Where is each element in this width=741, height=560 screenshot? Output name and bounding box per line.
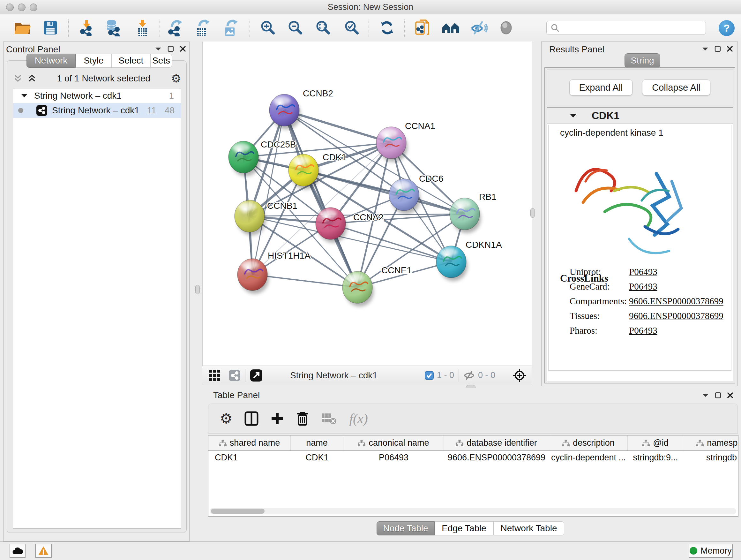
search-input[interactable] — [562, 23, 700, 33]
column-header--id[interactable]: @id — [628, 435, 683, 450]
network-row[interactable]: String Network – cdk1 11 48 — [13, 103, 181, 118]
string-home-button[interactable] — [441, 18, 460, 37]
crosslink-link[interactable]: P06493 — [629, 281, 657, 292]
crosslink-link[interactable]: P06493 — [629, 325, 657, 336]
table-cell[interactable]: CDK1 — [291, 450, 343, 465]
toolbar-separator — [250, 19, 250, 37]
node-label: CCNA2 — [353, 212, 384, 222]
delete-table-icon[interactable] — [321, 412, 337, 425]
selected-checkbox-icon[interactable] — [425, 371, 434, 380]
hide-results-panel-eye-icon[interactable] — [469, 18, 488, 37]
column-header-canonical-name[interactable]: canonical name — [343, 435, 444, 450]
table-horizontal-scrollbar[interactable] — [210, 508, 736, 514]
zoom-in-button[interactable] — [259, 18, 278, 37]
panel-menu-icon[interactable] — [155, 46, 162, 51]
table-row[interactable]: CDK1CDK1P064939606.ENSP00000378699cyclin… — [208, 450, 738, 465]
table-cell[interactable]: stringdb — [683, 450, 738, 465]
results-tab-string[interactable]: String — [624, 53, 660, 68]
crosslink-link[interactable]: 9606.ENSP00000378699 — [629, 296, 724, 307]
show-columns-icon[interactable] — [245, 411, 259, 426]
network-node-rb1[interactable]: RB1 — [450, 192, 496, 233]
column-header-description[interactable]: description — [549, 435, 628, 450]
node-table[interactable]: shared namenamecanonical namedatabase id… — [208, 435, 738, 516]
zoom-out-button[interactable] — [286, 18, 305, 37]
scrollbar-thumb[interactable] — [211, 509, 265, 514]
delete-column-icon[interactable] — [296, 411, 309, 426]
memory-button[interactable]: Memory — [689, 544, 733, 558]
search-box[interactable] — [546, 21, 706, 35]
help-button[interactable]: ? — [719, 20, 735, 36]
panel-float-icon[interactable] — [715, 392, 721, 398]
column-header-shared-name[interactable]: shared name — [208, 435, 291, 450]
function-builder-icon[interactable]: f(x) — [349, 411, 367, 426]
cloud-button[interactable] — [10, 544, 25, 558]
hidden-eye-slash-icon[interactable] — [463, 371, 475, 380]
tab-node-table[interactable]: Node Table — [377, 521, 434, 536]
zoom-fit-content-button[interactable] — [314, 18, 333, 37]
network-view-toolbar: String Network – cdk1 1 - 0 0 - 0 — [202, 366, 532, 385]
birds-eye-view-icon[interactable] — [209, 369, 221, 381]
panel-float-icon[interactable] — [715, 46, 721, 52]
warning-button[interactable] — [35, 544, 52, 558]
import-network-from-database-button[interactable] — [104, 18, 123, 37]
tab-select[interactable]: Select — [112, 54, 150, 68]
right-splitter-handle[interactable] — [530, 208, 535, 218]
network-node-cdc6[interactable]: CDC6 — [389, 174, 443, 214]
table-cell[interactable]: cyclin-dependent ... — [549, 450, 628, 465]
footer-separator — [459, 369, 459, 382]
panel-close-icon[interactable] — [727, 46, 733, 52]
network-column-icon — [696, 440, 704, 447]
add-column-icon[interactable] — [271, 412, 284, 425]
panel-menu-icon[interactable] — [702, 393, 709, 398]
panel-close-icon[interactable] — [727, 392, 733, 398]
crosslink-link[interactable]: 9606.ENSP00000378699 — [629, 311, 724, 321]
network-node-ccne1[interactable]: CCNE1 — [342, 265, 412, 307]
tab-sets[interactable]: Sets — [150, 54, 172, 68]
panel-menu-icon[interactable] — [702, 46, 709, 51]
open-session-button[interactable] — [13, 18, 32, 37]
column-header-database-identifier[interactable]: database identifier — [444, 435, 549, 450]
tab-network[interactable]: Network — [26, 54, 76, 68]
collapse-all-button[interactable]: Collapse All — [642, 79, 711, 96]
table-settings-gear-icon[interactable]: ⚙ — [220, 412, 232, 426]
zoom-selected-button[interactable] — [342, 18, 361, 37]
crosslink-link[interactable]: P06493 — [629, 266, 657, 277]
gene-section-header[interactable]: CDK1 — [547, 108, 733, 124]
show-results-panel-eye-icon[interactable] — [496, 18, 516, 37]
open-in-new-window-icon[interactable] — [250, 369, 263, 382]
collapse-all-icon[interactable] — [13, 74, 22, 83]
table-cell[interactable]: 9606.ENSP00000378699 — [444, 450, 549, 465]
import-network-from-file-button[interactable] — [77, 18, 96, 37]
network-node-cdkn1a[interactable]: CDKN1A — [436, 240, 502, 281]
clone-network-button[interactable] — [413, 18, 432, 37]
column-header-namespac[interactable]: namespac — [683, 435, 738, 450]
export-image-button[interactable] — [221, 18, 241, 37]
import-table-from-file-button[interactable] — [133, 18, 152, 37]
expand-all-button[interactable]: Expand All — [569, 79, 632, 96]
collection-expand-icon[interactable] — [21, 93, 28, 98]
expand-all-icon[interactable] — [27, 74, 37, 83]
network-collection-row[interactable]: String Network – cdk1 1 — [13, 88, 181, 103]
network-share-icon-gray[interactable] — [228, 369, 241, 381]
save-session-button[interactable] — [41, 18, 60, 37]
network-options-gear-icon[interactable]: ⚙ — [171, 72, 181, 85]
tab-network-table[interactable]: Network Table — [493, 521, 564, 536]
network-edge[interactable] — [331, 224, 451, 262]
export-table-button[interactable] — [193, 18, 212, 37]
node-label: CCNA1 — [405, 121, 435, 131]
network-node-hist1h1a[interactable]: HIST1H1A — [238, 251, 311, 294]
network-canvas[interactable]: CCNB2CCNA1CDC25BCDK1CDC6RB1CCNB1CCNA2CDK… — [202, 42, 532, 366]
refresh-button[interactable] — [378, 18, 397, 37]
pan-crosshair-icon[interactable] — [513, 368, 527, 382]
tab-edge-table[interactable]: Edge Table — [434, 521, 493, 536]
table-cell[interactable]: P06493 — [343, 450, 444, 465]
gene-collapse-icon[interactable] — [569, 113, 577, 118]
tab-style[interactable]: Style — [76, 54, 112, 68]
panel-float-icon[interactable] — [167, 46, 174, 52]
table-cell[interactable]: CDK1 — [208, 450, 291, 465]
column-header-name[interactable]: name — [291, 435, 343, 450]
export-network-button[interactable] — [166, 18, 185, 37]
left-splitter-handle[interactable] — [195, 285, 200, 294]
panel-close-icon[interactable] — [180, 46, 186, 52]
table-cell[interactable]: stringdb:9... — [628, 450, 683, 465]
